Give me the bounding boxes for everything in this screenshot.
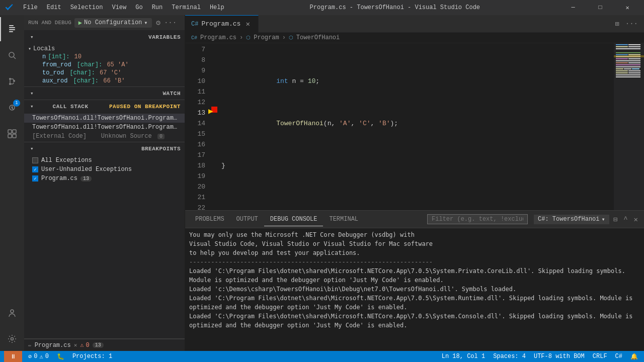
- unhandled-exceptions-checkbox[interactable]: [32, 166, 38, 172]
- tab-close-button[interactable]: ✕: [244, 19, 252, 29]
- activity-source-control-icon[interactable]: [0, 69, 24, 94]
- program-cs-checkbox[interactable]: [32, 175, 38, 182]
- watch-triangle-icon: ▾: [30, 90, 34, 97]
- status-spaces[interactable]: Spaces: 4: [491, 351, 528, 362]
- cs-file-icon: C#: [191, 21, 198, 28]
- bp-count-badge: 13: [80, 176, 92, 182]
- breakpoint-all-exceptions[interactable]: All Exceptions: [24, 156, 185, 165]
- menu-terminal[interactable]: Terminal: [168, 3, 205, 12]
- svg-point-7: [9, 83, 11, 85]
- menu-edit[interactable]: Edit: [43, 3, 65, 12]
- svg-point-4: [9, 52, 14, 57]
- activity-debug-icon[interactable]: 1: [0, 96, 24, 120]
- gear-button[interactable]: ⚙: [153, 17, 164, 28]
- ln-21: 21: [185, 192, 205, 203]
- more-actions-button[interactable]: ···: [165, 17, 176, 28]
- split-editor-button[interactable]: ⊞: [613, 18, 621, 30]
- activity-search-icon[interactable]: [0, 43, 24, 67]
- var-aux-rod-type: [char]:: [69, 77, 99, 84]
- svg-line-5: [14, 57, 16, 59]
- locals-header[interactable]: ▾ Locals: [24, 45, 185, 53]
- panel-filter-input[interactable]: [427, 214, 528, 224]
- watch-header[interactable]: ▾ WATCH: [24, 87, 185, 100]
- triangle-icon: ▾: [30, 34, 34, 40]
- debug-arrow-icon: ▶: [208, 107, 213, 117]
- activity-account-icon[interactable]: [0, 301, 24, 325]
- status-errors[interactable]: ⊘ 0 ⚠ 0: [26, 351, 51, 362]
- menu-help[interactable]: Help: [206, 3, 228, 12]
- minimap: [614, 43, 644, 210]
- ln-13: 13: [185, 108, 205, 118]
- more-tabs-button[interactable]: ···: [623, 18, 640, 30]
- activity-settings-icon[interactable]: [0, 327, 24, 351]
- panel-tab-terminal[interactable]: TERMINAL: [323, 213, 364, 226]
- breadcrumb-file[interactable]: Program.cs: [200, 34, 236, 41]
- all-exceptions-checkbox[interactable]: [32, 157, 38, 163]
- status-projects[interactable]: Projects: 1: [70, 351, 114, 362]
- code-editor[interactable]: 7 8 9 10 11 12 13 14 15 16 17 18 19 20 2…: [185, 43, 644, 210]
- status-debug-icon[interactable]: 🐛: [55, 351, 66, 362]
- call-stack-section: ▾ CALL STACK Paused on breakpoint Towers…: [24, 100, 185, 142]
- code-line-8: TowerOfHanoi(n, 'A', 'C', 'B');: [219, 118, 614, 129]
- breakpoint-program-cs[interactable]: Program.cs 13: [24, 174, 185, 183]
- breakpoints-header[interactable]: ▾ BREAKPOINTS: [24, 142, 185, 155]
- panel-close-button[interactable]: ✕: [632, 213, 640, 226]
- status-language[interactable]: C#: [613, 351, 624, 362]
- panel-tab-output[interactable]: OUTPUT: [230, 213, 264, 226]
- panel-content[interactable]: You may only use the Microsoft .NET Core…: [185, 228, 644, 351]
- call-stack-item-2[interactable]: [External Code] Unknown Source 0: [24, 132, 185, 141]
- chevron-down-icon: ▾: [144, 19, 147, 27]
- editor-area: C# Program.cs ✕ ⊞ ··· C# Program.cs › ⬡ …: [185, 15, 644, 351]
- lang-select[interactable]: C#: TowersOfHanoi ▾: [534, 215, 609, 224]
- status-debug-icon-item[interactable]: ⏸: [8, 351, 18, 362]
- panel-tab-debug-console[interactable]: DEBUG CONSOLE: [264, 213, 324, 226]
- variables-header[interactable]: ▾ VARIABLES: [24, 31, 185, 43]
- svg-rect-1: [9, 27, 15, 28]
- error-count: ⚠ 0: [80, 341, 89, 349]
- svg-point-6: [9, 78, 11, 80]
- menu-view[interactable]: View: [108, 3, 130, 12]
- status-position[interactable]: Ln 18, Col 1: [440, 351, 487, 362]
- panel-tab-problems[interactable]: PROBLEMS: [189, 213, 230, 226]
- error-status-count: 0: [34, 353, 37, 360]
- variables-label: VARIABLES: [148, 34, 181, 40]
- menu-file[interactable]: File: [19, 3, 42, 12]
- breadcrumb-class[interactable]: Program: [254, 34, 279, 41]
- breakpoints-section: ▾ BREAKPOINTS All Exceptions User-Unhand…: [24, 142, 185, 339]
- svg-rect-14: [13, 134, 16, 138]
- var-from-rod: from_rod [char]: 65 'A': [24, 61, 185, 69]
- panel-layout-button[interactable]: ⊟: [611, 213, 619, 226]
- var-from-rod-name: from_rod: [42, 61, 71, 68]
- activity-extensions-icon[interactable]: [0, 122, 24, 146]
- call-stack-item-0[interactable]: TowersOfHanoi.dll!TowersOfHanoi.Program.…: [24, 114, 185, 123]
- status-line-ending[interactable]: CRLF: [591, 351, 609, 362]
- edit-icon: ✏: [28, 342, 32, 348]
- ln-16: 16: [185, 139, 205, 150]
- tab-program-cs[interactable]: C# Program.cs ✕: [185, 15, 259, 33]
- breakpoint-unhandled[interactable]: User-Unhandled Exceptions: [24, 165, 185, 174]
- watch-label: WATCH: [163, 90, 181, 97]
- ln-10: 10: [185, 76, 205, 86]
- var-from-rod-value: 65 'A': [103, 61, 128, 68]
- language-label: C#: [615, 353, 622, 360]
- close-button[interactable]: ✕: [616, 0, 639, 15]
- panel-minimize-button[interactable]: ^: [621, 213, 629, 225]
- status-encoding[interactable]: UTF-8 with BOM: [532, 351, 587, 362]
- activity-explorer-icon[interactable]: [0, 17, 24, 41]
- breadcrumb-method[interactable]: TowerOfHanoi: [296, 34, 340, 41]
- menu-run[interactable]: Run: [148, 3, 167, 12]
- var-to-rod-name: to_rod: [42, 69, 64, 76]
- call-stack-item-1[interactable]: TowersOfHanoi.dll!TowersOfHanoi.Program.…: [24, 123, 185, 132]
- menu-go[interactable]: Go: [131, 3, 146, 12]
- debug-status-bg: ⏸: [4, 351, 22, 362]
- status-notifications[interactable]: 🔔: [628, 351, 640, 362]
- ln-17: 17: [185, 150, 205, 160]
- minimize-button[interactable]: ─: [561, 0, 585, 15]
- code-content[interactable]: int n = 10; TowerOfHanoi(n, 'A', 'C', 'B…: [219, 43, 614, 210]
- call-stack-header[interactable]: ▾ CALL STACK Paused on breakpoint: [24, 100, 185, 113]
- close-file-icon[interactable]: ✕: [74, 342, 77, 348]
- restore-button[interactable]: □: [589, 0, 612, 15]
- menu-selection[interactable]: Selection: [66, 3, 107, 12]
- debug-config-selector[interactable]: ▶ No Configuration ▾: [74, 18, 152, 28]
- console-line-6: Loaded 'C:\Program Files\dotnet\shared\M…: [189, 294, 640, 312]
